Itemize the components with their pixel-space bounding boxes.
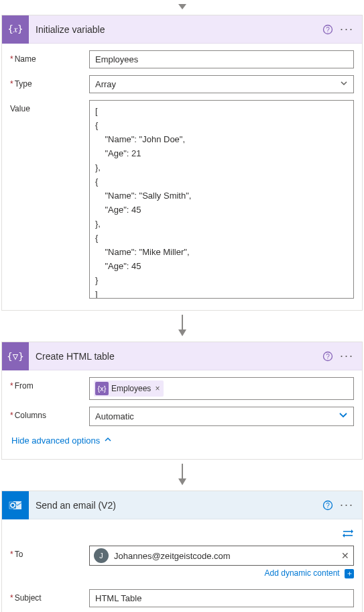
svg-marker-15 xyxy=(351,529,353,533)
to-value: Johannes@zeitgeistcode.com xyxy=(114,551,336,561)
action-title: Send an email (V2) xyxy=(29,500,322,511)
action-initialize-variable: {𝑥} Initialize variable ? ··· Name Type xyxy=(1,15,363,311)
add-dynamic-content-link[interactable]: Add dynamic content ＋ xyxy=(265,568,354,578)
help-icon[interactable]: ? xyxy=(322,351,333,362)
action-header[interactable]: {𝑥} Initialize variable ? ··· xyxy=(2,15,362,44)
variable-icon: {𝑥} xyxy=(2,15,29,44)
avatar: J xyxy=(94,548,109,563)
token-employees[interactable]: {x} Employees × xyxy=(94,380,164,397)
token-label: Employees xyxy=(111,384,151,393)
name-label: Name xyxy=(10,50,89,64)
chevron-up-icon xyxy=(104,436,112,446)
help-icon[interactable]: ? xyxy=(322,500,333,511)
chevron-down-icon xyxy=(339,411,348,422)
to-input[interactable]: J Johannes@zeitgeistcode.com ✕ xyxy=(89,546,354,566)
more-menu-button[interactable]: ··· xyxy=(337,349,357,363)
connector-arrow xyxy=(0,315,364,338)
remove-recipient-button[interactable]: ✕ xyxy=(341,550,349,561)
svg-marker-8 xyxy=(178,478,186,485)
svg-marker-4 xyxy=(178,329,186,336)
value-label: Value xyxy=(10,100,89,113)
subject-label: Subject xyxy=(10,589,89,603)
value-textarea[interactable] xyxy=(89,100,354,299)
switch-mode-icon[interactable] xyxy=(342,529,354,540)
svg-text:?: ? xyxy=(326,26,330,34)
svg-text:?: ? xyxy=(326,502,330,509)
type-select-value: Array xyxy=(95,79,116,89)
plus-icon: ＋ xyxy=(345,569,354,578)
action-send-email: Send an email (V2) ? ··· xyxy=(1,491,363,612)
action-header[interactable]: Send an email (V2) ? ··· xyxy=(2,491,362,519)
data-operation-icon: {▽} xyxy=(2,342,29,370)
type-label: Type xyxy=(10,75,89,89)
name-input[interactable] xyxy=(89,50,354,68)
action-header[interactable]: {▽} Create HTML table ? ··· xyxy=(2,342,362,370)
to-label: To xyxy=(10,546,89,559)
connector-arrow xyxy=(0,464,364,487)
variable-token-icon: {x} xyxy=(95,382,109,395)
action-title: Initialize variable xyxy=(29,24,322,35)
outlook-icon xyxy=(2,491,29,519)
token-remove-button[interactable]: × xyxy=(154,384,161,393)
action-title: Create HTML table xyxy=(29,351,322,362)
connector-incoming xyxy=(0,4,364,11)
hide-advanced-options-link[interactable]: Hide advanced options xyxy=(10,433,113,450)
from-input[interactable]: {x} Employees × xyxy=(89,377,354,400)
svg-marker-0 xyxy=(178,4,186,9)
svg-marker-17 xyxy=(343,533,345,538)
action-create-html-table: {▽} Create HTML table ? ··· From {x} Emp… xyxy=(1,342,363,460)
more-menu-button[interactable]: ··· xyxy=(337,498,357,512)
help-icon[interactable]: ? xyxy=(322,24,333,35)
columns-select[interactable]: Automatic xyxy=(89,407,354,426)
chevron-down-icon xyxy=(340,79,348,89)
columns-label: Columns xyxy=(10,407,89,420)
advanced-link-label: Hide advanced options xyxy=(11,436,100,446)
from-label: From xyxy=(10,377,89,391)
type-select[interactable]: Array xyxy=(89,75,354,93)
svg-text:?: ? xyxy=(326,353,330,360)
columns-select-value: Automatic xyxy=(95,411,134,421)
subject-input[interactable] xyxy=(89,589,354,607)
more-menu-button[interactable]: ··· xyxy=(337,22,357,36)
